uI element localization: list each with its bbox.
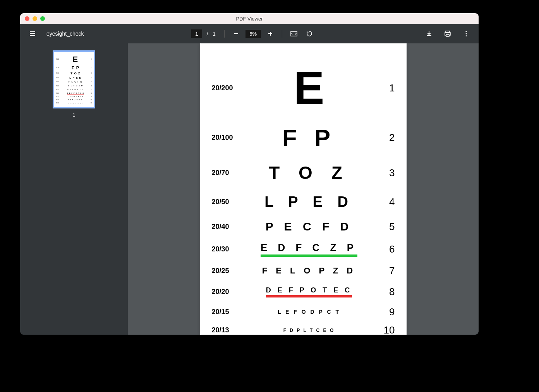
- page-total: 1: [213, 31, 218, 37]
- svg-point-5: [466, 33, 467, 34]
- eye-chart-letters: F E L O P Z D: [243, 266, 376, 276]
- eye-chart-row-9: 20/15L E F O D P C T9: [212, 305, 395, 319]
- line-number: 3: [376, 167, 395, 179]
- thumbnail-sidebar: 20/200E120/100F P220/70T O Z320/50L P E …: [20, 43, 128, 335]
- titlebar: PDF Viewer: [20, 13, 479, 24]
- print-button[interactable]: [441, 28, 454, 40]
- eye-chart-letters: L P E D: [243, 194, 376, 210]
- eye-chart-letters: F P: [243, 124, 376, 151]
- hamburger-icon: [29, 30, 36, 37]
- visual-acuity-ratio: 20/50: [212, 198, 243, 206]
- menu-button[interactable]: [26, 28, 39, 40]
- eye-chart-row-3: 20/70T O Z3: [212, 160, 395, 186]
- visual-acuity-ratio: 20/25: [212, 267, 243, 275]
- line-number: 6: [376, 243, 395, 255]
- document-title: eyesight_check: [46, 31, 84, 37]
- svg-point-6: [466, 35, 467, 36]
- visual-acuity-ratio: 20/13: [212, 326, 243, 334]
- download-button[interactable]: [423, 28, 435, 40]
- eye-chart-letters: E: [243, 62, 376, 114]
- visual-acuity-ratio: 20/40: [212, 223, 243, 231]
- window-title: PDF Viewer: [20, 16, 479, 22]
- eye-chart-letters: P E C F D: [243, 220, 376, 233]
- eye-chart-row-1: 20/200E1: [212, 61, 395, 115]
- print-icon: [444, 30, 451, 37]
- minus-icon: [233, 31, 239, 37]
- page-number-input[interactable]: [191, 29, 202, 38]
- line-number: 9: [376, 306, 395, 318]
- more-button[interactable]: [460, 28, 472, 40]
- page-separator: /: [205, 31, 210, 37]
- fit-page-button[interactable]: [288, 28, 300, 40]
- thumbnail-page-1[interactable]: 20/200E120/100F P220/70T O Z320/50L P E …: [53, 50, 95, 118]
- eye-chart-row-4: 20/50L P E D4: [212, 191, 395, 213]
- toolbar: eyesight_check / 1 6%: [20, 24, 479, 43]
- traffic-lights: [25, 16, 45, 21]
- eye-chart-row-2: 20/100F P2: [212, 120, 395, 155]
- page-viewer[interactable]: 20/200E120/100F P220/70T O Z320/50L P E …: [128, 43, 479, 335]
- visual-acuity-ratio: 20/200: [212, 84, 243, 92]
- divider: [224, 30, 225, 38]
- more-vertical-icon: [463, 30, 470, 37]
- zoom-out-button[interactable]: [230, 28, 242, 40]
- toolbar-center: / 1 6%: [84, 28, 423, 40]
- eye-chart-row-5: 20/40P E C F D5: [212, 218, 395, 235]
- line-number: 10: [376, 324, 395, 335]
- rotate-icon: [306, 30, 313, 37]
- eye-chart-row-10: 20/13F D P L T C E O10: [212, 324, 395, 335]
- eye-chart: 20/200E120/100F P220/70T O Z320/50L P E …: [212, 61, 395, 335]
- svg-point-4: [466, 31, 467, 32]
- line-number: 5: [376, 221, 395, 233]
- eye-chart-letters: L E F O D P C T: [243, 308, 376, 315]
- line-number: 7: [376, 265, 395, 277]
- eye-chart-row-8: 20/20D E F P O T E C8: [212, 284, 395, 299]
- line-number: 2: [376, 132, 395, 144]
- svg-rect-3: [446, 34, 449, 36]
- line-number: 1: [376, 82, 395, 94]
- maximize-window-button[interactable]: [40, 16, 45, 21]
- fit-icon: [290, 30, 297, 37]
- visual-acuity-ratio: 20/15: [212, 308, 243, 316]
- close-window-button[interactable]: [25, 16, 29, 21]
- thumbnail-content: 20/200E120/100F P220/70T O Z320/50L P E …: [56, 54, 92, 105]
- visual-acuity-ratio: 20/30: [212, 245, 243, 253]
- zoom-level[interactable]: 6%: [245, 30, 261, 38]
- eye-chart-letters: E D F C Z P: [243, 242, 376, 257]
- zoom-in-button[interactable]: [264, 28, 276, 40]
- toolbar-left: eyesight_check: [26, 28, 84, 40]
- content-area: 20/200E120/100F P220/70T O Z320/50L P E …: [20, 43, 479, 335]
- visual-acuity-ratio: 20/70: [212, 169, 243, 177]
- eye-chart-letters: D E F P O T E C: [243, 286, 376, 297]
- visual-acuity-ratio: 20/20: [212, 288, 243, 296]
- eye-chart-row-6: 20/30E D F C Z P6: [212, 241, 395, 258]
- toolbar-right: [423, 28, 472, 40]
- visual-acuity-ratio: 20/100: [212, 134, 243, 142]
- download-icon: [426, 30, 433, 37]
- eye-chart-row-7: 20/25F E L O P Z D7: [212, 263, 395, 279]
- app-window: PDF Viewer eyesight_check / 1 6%: [20, 13, 479, 335]
- eye-chart-letters: T O Z: [243, 162, 376, 183]
- thumbnail-page-number: 1: [73, 112, 76, 118]
- divider: [282, 30, 282, 38]
- line-number: 4: [376, 196, 395, 208]
- eye-chart-letters: F D P L T C E O: [243, 327, 376, 334]
- thumbnail-image: 20/200E120/100F P220/70T O Z320/50L P E …: [53, 50, 95, 108]
- line-number: 8: [376, 286, 395, 298]
- minimize-window-button[interactable]: [33, 16, 37, 21]
- pdf-page: 20/200E120/100F P220/70T O Z320/50L P E …: [200, 43, 407, 335]
- rotate-button[interactable]: [303, 28, 316, 40]
- plus-icon: [267, 31, 273, 37]
